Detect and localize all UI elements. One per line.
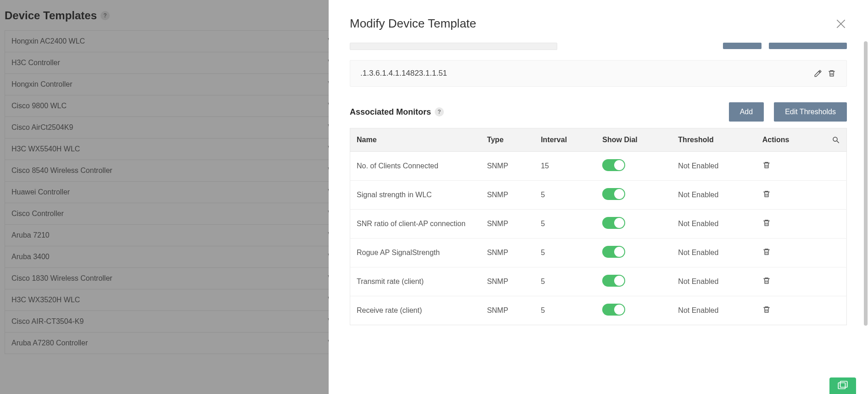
oid-actions [813, 69, 836, 78]
delete-icon[interactable] [762, 305, 771, 314]
delete-icon[interactable] [762, 189, 771, 199]
monitor-show-dial [596, 267, 672, 296]
edit-icon[interactable] [813, 69, 823, 78]
monitor-type: SNMP [481, 267, 534, 296]
monitor-actions [756, 239, 847, 267]
button-stub-1[interactable] [723, 43, 762, 49]
delete-icon[interactable] [762, 276, 771, 285]
panel-title: Modify Device Template [350, 17, 476, 31]
monitors-table: Name Type Interval Show Dial Threshold A… [350, 128, 847, 325]
monitor-type: SNMP [481, 210, 534, 239]
delete-icon[interactable] [827, 69, 836, 78]
monitor-threshold: Not Enabled [672, 296, 756, 325]
monitor-show-dial [596, 152, 672, 181]
monitor-actions [756, 181, 847, 210]
monitor-name: No. of Clients Connected [350, 152, 481, 181]
input-stub[interactable] [350, 43, 557, 50]
floating-action-button[interactable] [829, 377, 856, 394]
monitor-show-dial [596, 181, 672, 210]
monitor-type: SNMP [481, 296, 534, 325]
section-help-icon[interactable]: ? [435, 107, 444, 117]
th-actions-label: Actions [762, 136, 790, 144]
monitor-interval: 15 [534, 152, 596, 181]
panel-scrollbar[interactable] [863, 41, 868, 388]
svg-point-2 [833, 137, 837, 141]
panel-header: Modify Device Template [329, 0, 868, 43]
monitor-actions [756, 296, 847, 325]
monitor-actions [756, 267, 847, 296]
table-row: Transmit rate (client)SNMP5Not Enabled [350, 267, 847, 296]
monitor-threshold: Not Enabled [672, 152, 756, 181]
section-header-row: Associated Monitors ? Add Edit Threshold… [350, 102, 847, 122]
table-row: Receive rate (client)SNMP5Not Enabled [350, 296, 847, 325]
th-type: Type [481, 128, 534, 152]
monitor-interval: 5 [534, 181, 596, 210]
section-button-group: Add Edit Thresholds [729, 102, 847, 122]
th-interval: Interval [534, 128, 596, 152]
monitor-show-dial [596, 239, 672, 267]
table-row: Signal strength in WLCSNMP5Not Enabled [350, 181, 847, 210]
monitor-show-dial [596, 210, 672, 239]
monitor-type: SNMP [481, 181, 534, 210]
toggle-switch[interactable] [602, 217, 625, 229]
th-actions: Actions [756, 128, 847, 152]
modify-template-panel: Modify Device Template .1.3.6.1.4.1.1482… [329, 0, 868, 394]
monitor-show-dial [596, 296, 672, 325]
svg-rect-5 [840, 381, 847, 387]
delete-icon[interactable] [762, 218, 771, 228]
th-threshold: Threshold [672, 128, 756, 152]
th-show-dial: Show Dial [596, 128, 672, 152]
table-row: Rogue AP SignalStrengthSNMP5Not Enabled [350, 239, 847, 267]
section-title-wrap: Associated Monitors ? [350, 107, 444, 117]
monitor-actions [756, 210, 847, 239]
monitor-interval: 5 [534, 210, 596, 239]
monitor-actions [756, 152, 847, 181]
monitor-interval: 5 [534, 296, 596, 325]
table-row: SNR ratio of client-AP connectionSNMP5No… [350, 210, 847, 239]
monitor-interval: 5 [534, 267, 596, 296]
oid-value: .1.3.6.1.4.1.14823.1.1.51 [360, 69, 447, 78]
monitor-threshold: Not Enabled [672, 181, 756, 210]
panel-body: .1.3.6.1.4.1.14823.1.1.51 Associated Mon… [329, 43, 868, 394]
toggle-switch[interactable] [602, 246, 625, 258]
monitor-threshold: Not Enabled [672, 239, 756, 267]
toggle-switch[interactable] [602, 304, 625, 316]
monitor-interval: 5 [534, 239, 596, 267]
monitor-name: Transmit rate (client) [350, 267, 481, 296]
svg-rect-4 [838, 383, 845, 389]
monitor-name: Signal strength in WLC [350, 181, 481, 210]
add-button[interactable]: Add [729, 102, 764, 122]
button-stub-2[interactable] [769, 43, 847, 49]
monitor-type: SNMP [481, 152, 534, 181]
search-icon[interactable] [832, 136, 840, 144]
monitor-type: SNMP [481, 239, 534, 267]
delete-icon[interactable] [762, 161, 771, 170]
section-title: Associated Monitors [350, 107, 431, 117]
monitor-threshold: Not Enabled [672, 210, 756, 239]
toggle-switch[interactable] [602, 159, 625, 171]
toggle-switch[interactable] [602, 188, 625, 200]
top-button-row [350, 43, 847, 50]
monitor-name: Receive rate (client) [350, 296, 481, 325]
svg-line-3 [837, 141, 839, 143]
edit-thresholds-button[interactable]: Edit Thresholds [774, 102, 847, 122]
monitor-name: Rogue AP SignalStrength [350, 239, 481, 267]
oid-row: .1.3.6.1.4.1.14823.1.1.51 [350, 60, 847, 87]
th-name: Name [350, 128, 481, 152]
toggle-switch[interactable] [602, 275, 625, 287]
delete-icon[interactable] [762, 247, 771, 256]
table-row: No. of Clients ConnectedSNMP15Not Enable… [350, 152, 847, 181]
close-icon[interactable] [835, 18, 847, 30]
monitor-threshold: Not Enabled [672, 267, 756, 296]
monitor-name: SNR ratio of client-AP connection [350, 210, 481, 239]
panel-scrollbar-thumb[interactable] [864, 41, 868, 326]
